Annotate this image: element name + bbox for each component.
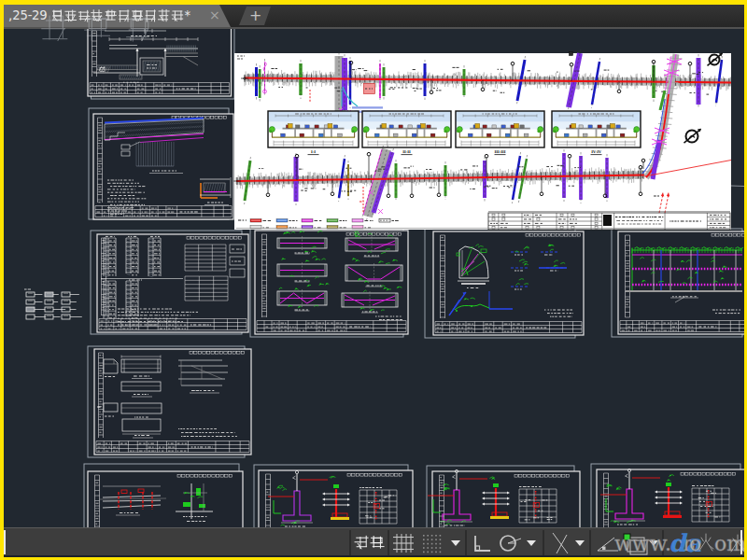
svg-text:5: 5 (21, 8, 28, 22)
svg-text:II-II: II-II (402, 149, 411, 154)
svg-text:2: 2 (32, 8, 39, 22)
sheet-s2 (89, 108, 233, 219)
model-space-canvas[interactable]: I-III-IIIII-IIIIV-IV (4, 29, 744, 557)
new-tab-plus-icon[interactable]: + (249, 7, 261, 24)
drawing-tab-title: ,25-29* (4, 5, 284, 27)
sheet-s3d (612, 229, 744, 337)
sheet-s5a (84, 464, 243, 537)
polar-icon[interactable] (500, 536, 521, 551)
block-legend (24, 289, 82, 319)
sheet-s4 (88, 346, 251, 457)
tab-close-icon[interactable]: × (209, 7, 220, 22)
drawing-tab-bar: ,25-29* × + (4, 5, 744, 27)
sheet-s3b (250, 228, 408, 337)
model-space-button[interactable] (355, 536, 384, 548)
ortho-icon[interactable] (475, 536, 490, 551)
app-window: ,25-29* × + I-III-IIIII-IIIIV-IV www.cnd… (0, 0, 747, 560)
chevron-down-icon[interactable] (451, 540, 460, 546)
grid-dots-icon[interactable] (423, 535, 441, 553)
drawing-canvas-svg: I-III-IIIII-IIIIV-IV (4, 29, 744, 557)
osnap-tracking-icon[interactable] (553, 533, 568, 553)
sheet-s1 (88, 29, 234, 99)
sheet-s3a (91, 231, 248, 334)
svg-text:9: 9 (39, 8, 47, 22)
status-bar-icons: www.cndaoom (4, 528, 744, 557)
svg-text:*: * (184, 8, 190, 22)
status-left-strip (4, 530, 6, 554)
watermark-bottom-right: www.cndaoom (614, 529, 744, 557)
svg-text:III-III: III-III (494, 149, 505, 154)
svg-text:o: o (689, 532, 701, 555)
sheet-s3c (425, 229, 584, 338)
chevron-down-icon[interactable] (575, 540, 585, 546)
status-right-strip (740, 530, 742, 554)
svg-text:2: 2 (12, 8, 20, 22)
grid-snap-icon[interactable] (393, 534, 414, 553)
plan-sheet-white: I-III-IIIII-IIIIV-IV (233, 49, 731, 230)
status-bar: www.cndaoom (4, 527, 744, 557)
svg-text:IV-IV: IV-IV (591, 149, 601, 154)
chevron-down-icon[interactable] (527, 540, 536, 546)
svg-text:I-I: I-I (311, 149, 316, 154)
